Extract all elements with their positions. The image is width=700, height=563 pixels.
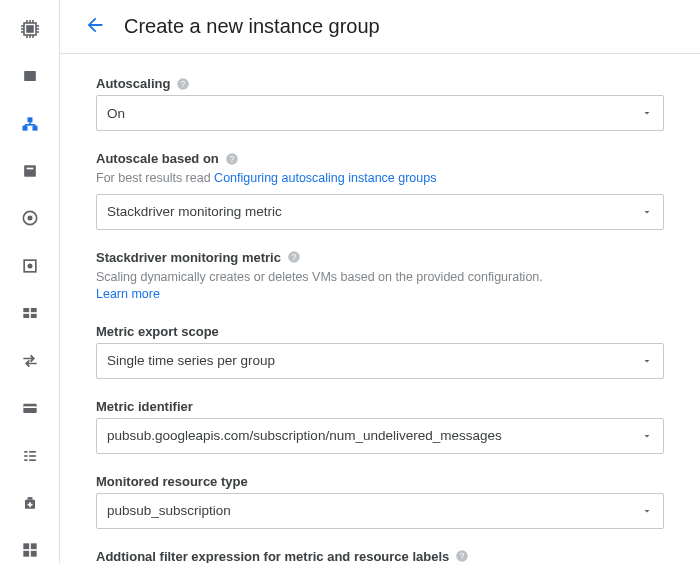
- svg-rect-41: [27, 497, 32, 500]
- stackdriver-metric-label: Stackdriver monitoring metric: [96, 250, 281, 265]
- caret-down-icon: [641, 206, 653, 218]
- svg-rect-39: [29, 459, 36, 461]
- svg-rect-14: [24, 71, 36, 81]
- monitored-resource-type-value: pubsub_subscription: [107, 503, 231, 518]
- stackdriver-metric-subtext: Scaling dynamically creates or deletes V…: [96, 269, 664, 304]
- svg-rect-46: [23, 551, 29, 557]
- caret-down-icon: [641, 107, 653, 119]
- back-button[interactable]: [84, 14, 106, 39]
- svg-rect-23: [26, 168, 33, 170]
- metric-export-scope-group: Metric export scope Single time series p…: [96, 324, 664, 379]
- metric-identifier-select[interactable]: pubsub.googleapis.com/subscription/num_u…: [96, 418, 664, 454]
- svg-rect-47: [30, 551, 36, 557]
- metadata-icon[interactable]: [10, 443, 50, 468]
- svg-point-27: [28, 264, 31, 267]
- svg-rect-31: [30, 314, 36, 318]
- svg-rect-32: [23, 404, 36, 413]
- svg-text:?: ?: [181, 79, 186, 88]
- metric-export-scope-select[interactable]: Single time series per group: [96, 343, 664, 379]
- compute-engine-icon[interactable]: [10, 16, 50, 41]
- help-icon[interactable]: ?: [225, 152, 239, 166]
- svg-text:?: ?: [292, 253, 297, 262]
- svg-rect-44: [23, 544, 29, 550]
- svg-rect-38: [24, 459, 27, 461]
- page-header: Create a new instance group: [60, 0, 700, 54]
- metric-export-scope-label: Metric export scope: [96, 324, 219, 339]
- zones-icon[interactable]: [10, 538, 50, 563]
- autoscale-based-on-value: Stackdriver monitoring metric: [107, 204, 282, 219]
- svg-rect-15: [27, 117, 32, 122]
- svg-rect-29: [30, 308, 36, 312]
- stackdriver-metric-group: Stackdriver monitoring metric ? Scaling …: [96, 250, 664, 304]
- main: Create a new instance group Autoscaling …: [60, 0, 700, 563]
- svg-rect-33: [23, 406, 36, 408]
- autoscaling-label: Autoscaling: [96, 76, 170, 91]
- config-autoscaling-link[interactable]: Configuring autoscaling instance groups: [214, 171, 436, 185]
- instance-groups-icon[interactable]: [10, 111, 50, 136]
- metric-identifier-value: pubsub.googleapis.com/subscription/num_u…: [107, 428, 502, 443]
- svg-rect-30: [23, 314, 29, 318]
- svg-rect-45: [30, 544, 36, 550]
- help-icon[interactable]: ?: [287, 250, 301, 264]
- health-checks-icon[interactable]: [10, 490, 50, 515]
- metric-identifier-label: Metric identifier: [96, 399, 193, 414]
- images-icon[interactable]: [10, 206, 50, 231]
- svg-rect-37: [29, 455, 36, 457]
- filter-expression-label: Addtional filter expression for metric a…: [96, 549, 449, 564]
- autoscaling-value: On: [107, 106, 125, 121]
- svg-rect-28: [23, 308, 29, 312]
- svg-rect-22: [24, 165, 36, 177]
- help-icon[interactable]: ?: [176, 77, 190, 91]
- tpus-icon[interactable]: [10, 253, 50, 278]
- caret-down-icon: [641, 430, 653, 442]
- autoscale-based-on-label: Autoscale based on: [96, 151, 219, 166]
- monitored-resource-type-group: Monitored resource type pubsub_subscript…: [96, 474, 664, 529]
- form-content: Autoscaling ? On Autoscale based on ? Fo…: [60, 54, 700, 563]
- snapshots-icon[interactable]: [10, 158, 50, 183]
- svg-rect-35: [29, 451, 36, 453]
- autoscale-based-on-select[interactable]: Stackdriver monitoring metric: [96, 194, 664, 230]
- commitments-icon[interactable]: [10, 395, 50, 420]
- autoscaling-select[interactable]: On: [96, 95, 664, 131]
- monitored-resource-type-label: Monitored resource type: [96, 474, 248, 489]
- svg-rect-16: [22, 125, 27, 130]
- arrow-back-icon: [84, 14, 106, 39]
- svg-rect-43: [27, 504, 32, 506]
- autoscale-based-on-subtext: For best results read Configuring autosc…: [96, 170, 664, 188]
- caret-down-icon: [641, 505, 653, 517]
- monitored-resource-type-select[interactable]: pubsub_subscription: [96, 493, 664, 529]
- autoscale-based-on-group: Autoscale based on ? For best results re…: [96, 151, 664, 230]
- disks-icon[interactable]: [10, 63, 50, 88]
- svg-rect-36: [24, 455, 27, 457]
- autoscaling-group: Autoscaling ? On: [96, 76, 664, 131]
- sidebar: [0, 0, 60, 563]
- sole-tenant-icon[interactable]: [10, 301, 50, 326]
- svg-rect-17: [32, 125, 37, 130]
- metric-identifier-group: Metric identifier pubsub.googleapis.com/…: [96, 399, 664, 454]
- svg-text:?: ?: [230, 154, 235, 163]
- svg-rect-1: [27, 26, 33, 32]
- help-icon[interactable]: ?: [455, 549, 469, 563]
- caret-down-icon: [641, 355, 653, 367]
- svg-text:?: ?: [460, 552, 465, 561]
- svg-rect-34: [24, 451, 27, 453]
- page-title: Create a new instance group: [124, 15, 380, 38]
- svg-point-25: [28, 217, 31, 220]
- migrate-icon[interactable]: [10, 348, 50, 373]
- metric-export-scope-value: Single time series per group: [107, 353, 275, 368]
- filter-expression-group: Addtional filter expression for metric a…: [96, 549, 664, 564]
- learn-more-link[interactable]: Learn more: [96, 287, 160, 301]
